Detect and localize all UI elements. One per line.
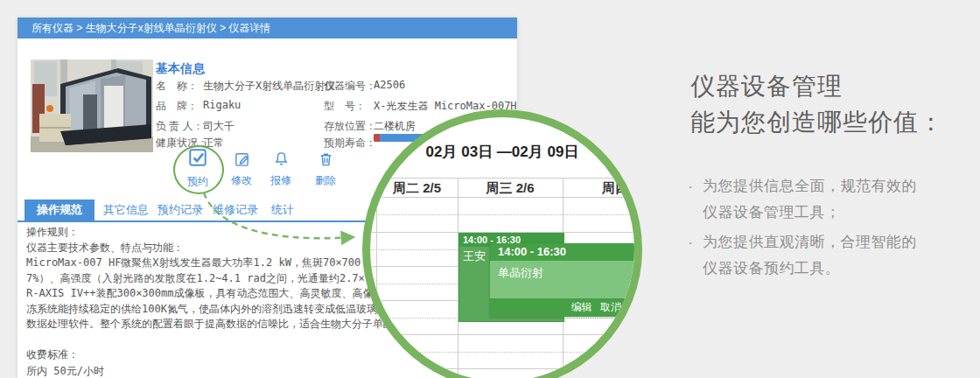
popup-time: 14:00 - 16:30	[490, 243, 640, 261]
pencil-icon	[234, 155, 250, 170]
field-label-model: 型 号：	[324, 99, 366, 114]
trash-icon	[318, 155, 334, 170]
pricing-text: 收费标准： 所内 50元/小时 所外100元/小时	[26, 346, 104, 378]
field-value-code: A2506	[374, 79, 405, 91]
tab-operation-spec[interactable]: 操作规范	[24, 200, 94, 220]
marketing-bullets: · 为您提供信息全面，规范有效的仪器设备管理工具； · 为您提供直观清晰，合理智…	[688, 173, 976, 285]
bell-icon	[273, 155, 290, 170]
field-label-name: 名 称：	[156, 79, 198, 94]
bullet-dot: ·	[688, 173, 703, 226]
popup-title: 单晶衍射	[490, 261, 640, 298]
field-label-lifespan: 预期寿命：	[324, 136, 376, 150]
field-value-location: 二楼机房	[374, 119, 416, 134]
section-title-basic-info: 基本信息	[156, 61, 205, 77]
grid-line	[370, 214, 634, 215]
field-value-manager: 司大千	[203, 119, 234, 134]
bullet-dot: ·	[688, 229, 703, 282]
marketing-heading: 仪器设备管理 能为您创造哪些价值：	[690, 68, 944, 140]
pricing-line: 收费标准：	[26, 346, 104, 363]
bullet-text: 为您提供直观清晰，合理智能的仪器设备预约工具。	[703, 229, 923, 282]
popup-cancel-button[interactable]: 取消	[600, 301, 621, 313]
calendar-magnifier: 02月 03日 —02月 09日 周二 2/5 周三 2/6 周四 14:00 …	[362, 109, 642, 378]
event-popup: 14:00 - 16:30 单晶衍射 编辑 取消	[490, 243, 640, 317]
calendar-col-wednesday: 周三 2/6	[458, 179, 563, 197]
bullet-text: 为您提供信息全面，规范有效的仪器设备管理工具；	[703, 173, 923, 226]
breadcrumb[interactable]: 所有仪器 > 生物大分子x射线单晶衍射仪 > 仪器详情	[18, 18, 517, 38]
grid-line	[370, 334, 634, 335]
field-label-brand: 品 牌：	[156, 99, 198, 114]
equipment-photo	[31, 60, 153, 152]
calendar-col-tuesday: 周二 2/5	[376, 179, 458, 197]
tab-other-info[interactable]: 其它信息	[103, 200, 149, 220]
field-label-location: 存放位置：	[324, 119, 376, 134]
grid-line	[370, 352, 634, 353]
marketing-bullet: · 为您提供直观清晰，合理智能的仪器设备预约工具。	[688, 229, 976, 282]
dashed-arrow	[191, 182, 366, 256]
popup-footer: 编辑 取消	[490, 298, 640, 317]
calendar-col-thursday: 周四	[563, 179, 642, 197]
page: 所有仪器 > 生物大分子x射线单晶衍射仪 > 仪器详情 基本	[0, 0, 980, 378]
field-value-brand: Rigaku	[203, 99, 241, 111]
pricing-line: 所内 50元/小时	[26, 363, 104, 378]
grid-line	[370, 178, 634, 178]
marketing-heading-line1: 仪器设备管理	[690, 68, 944, 104]
lifespan-used-segment	[374, 134, 380, 142]
checkbox-icon	[187, 156, 208, 171]
marketing-bullet: · 为您提供信息全面，规范有效的仪器设备管理工具；	[688, 173, 976, 226]
field-value-name: 生物大分子X射线单晶衍射仪	[203, 79, 335, 94]
field-label-code: 仪器编号：	[324, 79, 376, 94]
grid-line	[370, 197, 634, 198]
popup-edit-button[interactable]: 编辑	[571, 301, 592, 313]
field-label-manager: 负 责 人：	[156, 119, 204, 134]
marketing-heading-line2: 能为您创造哪些价值：	[690, 104, 944, 140]
